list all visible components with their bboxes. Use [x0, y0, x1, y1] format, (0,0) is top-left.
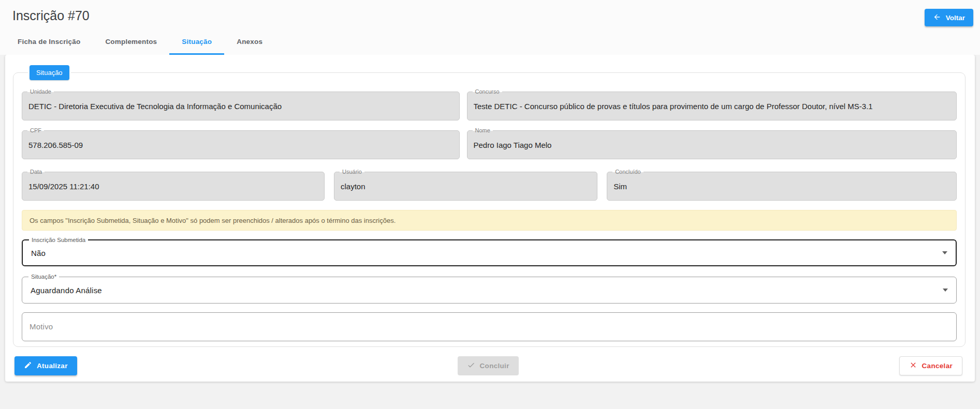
tab-complementos[interactable]: Complementos [93, 30, 169, 55]
nome-value: Pedro Iago Tiago Melo [474, 141, 950, 149]
inscricao-submetida-value: Não [31, 249, 46, 257]
concurso-label: Concurso [473, 88, 502, 96]
situacao-select[interactable]: Situação* Aguardando Análise [22, 277, 957, 304]
concluido-field: Concluído Sim [607, 172, 957, 201]
cpf-label: CPF [27, 127, 44, 134]
nome-label: Nome [473, 127, 493, 134]
situacao-fieldset: Situação Unidade DETIC - Diretoria Execu… [13, 65, 966, 347]
tab-situacao[interactable]: Situação [169, 30, 224, 55]
page-title: Inscrição #70 [12, 7, 980, 24]
situacao-select-value: Aguardando Análise [31, 286, 102, 295]
close-icon [909, 361, 917, 371]
warning-alert-text: Os campos "Inscrição Submetida, Situação… [30, 217, 396, 224]
concluido-value: Sim [613, 182, 950, 191]
atualizar-button[interactable]: Atualizar [14, 356, 77, 375]
unidade-label: Unidade [27, 88, 54, 96]
nome-field: Nome Pedro Iago Tiago Melo [467, 130, 957, 159]
tab-bar: Ficha de Inscrição Complementos Situação… [0, 30, 980, 55]
cpf-field: CPF 578.206.585-09 [22, 130, 460, 159]
tab-anexos[interactable]: Anexos [224, 30, 275, 55]
concluido-label: Concluído [612, 168, 643, 176]
unidade-field: Unidade DETIC - Diretoria Executiva de T… [22, 92, 460, 120]
unidade-value: DETIC - Diretoria Executiva de Tecnologi… [28, 102, 453, 111]
warning-alert: Os campos "Inscrição Submetida, Situação… [22, 210, 957, 231]
situacao-select-label: Situação* [28, 273, 59, 281]
motivo-input[interactable] [22, 312, 957, 341]
tab-ficha-de-inscricao[interactable]: Ficha de Inscrição [5, 30, 93, 55]
usuario-field: Usuário clayton [334, 172, 597, 201]
concluir-button[interactable]: Concluir [458, 356, 519, 375]
page-header: Inscrição #70 Voltar Ficha de Inscrição … [0, 0, 980, 55]
concluir-button-label: Concluir [480, 362, 509, 370]
check-icon [467, 361, 475, 371]
pencil-icon [24, 361, 32, 371]
usuario-label: Usuário [340, 168, 364, 176]
cancelar-button[interactable]: Cancelar [899, 356, 962, 375]
arrow-left-icon [933, 13, 941, 23]
cancelar-button-label: Cancelar [922, 362, 953, 370]
back-button[interactable]: Voltar [925, 9, 973, 26]
concurso-field: Concurso Teste DETIC - Concurso público … [467, 92, 957, 120]
inscricao-submetida-select[interactable]: Inscrição Submetida Não [22, 239, 957, 266]
inscricao-submetida-label: Inscrição Submetida [29, 236, 88, 244]
usuario-value: clayton [341, 182, 591, 191]
data-label: Data [27, 168, 45, 176]
chevron-down-icon [943, 289, 948, 292]
data-field: Data 15/09/2025 11:21:40 [22, 172, 325, 201]
situacao-panel: Situação Unidade DETIC - Diretoria Execu… [5, 55, 975, 382]
data-value: 15/09/2025 11:21:40 [28, 182, 318, 191]
concurso-value: Teste DETIC - Concurso público de provas… [474, 102, 950, 111]
action-bar: Atualizar Concluir Cancelar [14, 356, 962, 375]
back-button-label: Voltar [946, 14, 965, 22]
atualizar-button-label: Atualizar [37, 362, 68, 370]
situacao-badge: Situação [30, 65, 69, 80]
cpf-value: 578.206.585-09 [28, 141, 453, 149]
chevron-down-icon [942, 251, 947, 254]
